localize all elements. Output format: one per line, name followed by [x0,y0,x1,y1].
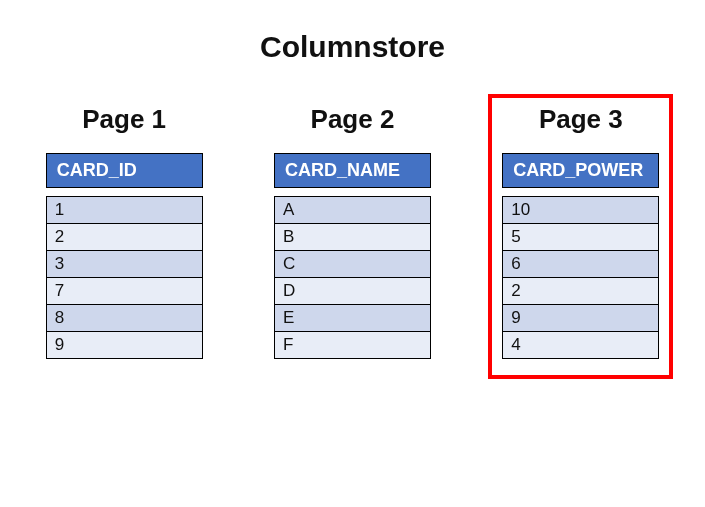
table-cell: 9 [502,305,659,332]
page-2-header: CARD_NAME [274,153,431,188]
table-cell: 2 [46,224,203,251]
table-cell: 8 [46,305,203,332]
table-cell: 3 [46,251,203,278]
page-1: Page 1 CARD_ID 1 2 3 7 8 9 [32,94,217,379]
table-cell: B [274,224,431,251]
table-cell: A [274,196,431,224]
table-cell: 1 [46,196,203,224]
page-2: Page 2 CARD_NAME A B C D E F [260,94,445,379]
table-cell: E [274,305,431,332]
table-cell: 5 [502,224,659,251]
page-3-label: Page 3 [502,104,659,135]
table-cell: D [274,278,431,305]
page-3-cells: 10 5 6 2 9 4 [502,196,659,359]
table-cell: 10 [502,196,659,224]
page-1-label: Page 1 [46,104,203,135]
page-1-cells: 1 2 3 7 8 9 [46,196,203,359]
page-2-cells: A B C D E F [274,196,431,359]
table-cell: 4 [502,332,659,359]
diagram-title: Columnstore [20,30,685,64]
page-3: Page 3 CARD_POWER 10 5 6 2 9 4 [488,94,673,379]
page-2-label: Page 2 [274,104,431,135]
table-cell: 9 [46,332,203,359]
table-cell: 6 [502,251,659,278]
table-cell: 7 [46,278,203,305]
page-3-header: CARD_POWER [502,153,659,188]
table-cell: F [274,332,431,359]
table-cell: C [274,251,431,278]
page-1-header: CARD_ID [46,153,203,188]
table-cell: 2 [502,278,659,305]
pages-container: Page 1 CARD_ID 1 2 3 7 8 9 Page 2 CARD_N… [20,94,685,379]
